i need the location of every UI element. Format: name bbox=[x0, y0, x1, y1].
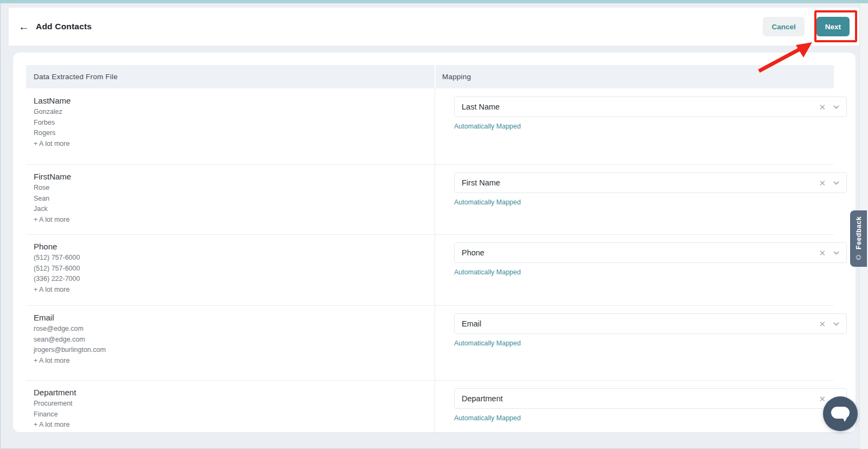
next-button[interactable]: Next bbox=[816, 17, 850, 36]
mapping-status: Automatically Mapped bbox=[454, 414, 521, 422]
sample-value: (512) 757-6000 bbox=[34, 264, 834, 274]
mapping-status: Automatically Mapped bbox=[454, 339, 521, 347]
mapping-dropdown[interactable]: Department ✕ bbox=[454, 388, 847, 409]
column-header-mapping: Mapping bbox=[436, 65, 834, 88]
sample-value: Rogers bbox=[34, 128, 834, 139]
back-arrow-icon[interactable]: ← bbox=[18, 21, 34, 32]
page-title: Add Contacts bbox=[36, 22, 92, 31]
mapping-status: Automatically Mapped bbox=[454, 123, 521, 130]
table-row: Phone (512) 757-6000(512) 757-6000(336) … bbox=[26, 234, 834, 305]
mapping-status: Automatically Mapped bbox=[454, 198, 521, 206]
top-accent-strip bbox=[0, 0, 868, 3]
chevron-down-icon[interactable] bbox=[833, 104, 839, 110]
sample-value: jrogers@burlington.com bbox=[34, 345, 834, 356]
more-values-label: + A lot more bbox=[34, 139, 834, 150]
mapping-card: Data Extracted From File Mapping LastNam… bbox=[13, 53, 856, 432]
clear-icon[interactable]: ✕ bbox=[819, 249, 826, 257]
sample-value: Finance bbox=[34, 409, 834, 420]
more-values-label: + A lot more bbox=[34, 356, 834, 367]
mapping-dropdown[interactable]: First Name ✕ bbox=[454, 172, 847, 193]
table-row: Email rose@edge.comsean@edge.comjrogers@… bbox=[26, 305, 834, 380]
sample-value: Sean bbox=[34, 194, 834, 204]
mapping-selected-value: Phone bbox=[462, 248, 819, 257]
cancel-button[interactable]: Cancel bbox=[763, 17, 804, 36]
mapping-selected-value: Department bbox=[462, 394, 819, 403]
mapping-dropdown[interactable]: Last Name ✕ bbox=[454, 97, 847, 117]
table-row: LastName GonzalezForbesRogers + A lot mo… bbox=[26, 88, 834, 164]
smiley-icon: ☺ bbox=[854, 253, 863, 261]
sample-value: sean@edge.com bbox=[34, 335, 834, 345]
clear-icon[interactable]: ✕ bbox=[819, 103, 826, 111]
table-row: FirstName RoseSeanJack + A lot more Firs… bbox=[26, 164, 834, 234]
more-values-label: + A lot more bbox=[34, 420, 834, 431]
mapping-dropdown[interactable]: Email ✕ bbox=[454, 313, 847, 334]
mapping-selected-value: First Name bbox=[462, 178, 819, 187]
sample-value: Jack bbox=[34, 204, 834, 215]
mapping-status: Automatically Mapped bbox=[454, 268, 521, 276]
chat-bubble-icon bbox=[830, 405, 851, 422]
clear-icon[interactable]: ✕ bbox=[819, 179, 826, 187]
chat-launcher-button[interactable] bbox=[823, 396, 858, 431]
column-header-data-extracted: Data Extracted From File bbox=[26, 65, 435, 88]
feedback-tab[interactable]: Feedback ☺ bbox=[850, 210, 867, 267]
sample-value: Forbes bbox=[34, 118, 834, 129]
mapping-selected-value: Last Name bbox=[462, 102, 819, 111]
mapping-selected-value: Email bbox=[462, 319, 819, 328]
clear-icon[interactable]: ✕ bbox=[819, 320, 826, 328]
feedback-tab-label: Feedback bbox=[855, 216, 863, 249]
more-values-label: + A lot more bbox=[34, 285, 834, 296]
chevron-down-icon[interactable] bbox=[833, 180, 839, 186]
chevron-down-icon[interactable] bbox=[833, 250, 839, 256]
chevron-down-icon[interactable] bbox=[833, 321, 839, 327]
mapping-dropdown[interactable]: Phone ✕ bbox=[454, 242, 847, 263]
page-header: ← Add Contacts Cancel Next bbox=[9, 8, 859, 46]
table-row: Department ProcurementFinance + A lot mo… bbox=[26, 380, 834, 432]
more-values-label: + A lot more bbox=[34, 215, 834, 226]
clear-icon[interactable]: ✕ bbox=[819, 395, 826, 403]
sample-value: (336) 222-7000 bbox=[34, 274, 834, 285]
